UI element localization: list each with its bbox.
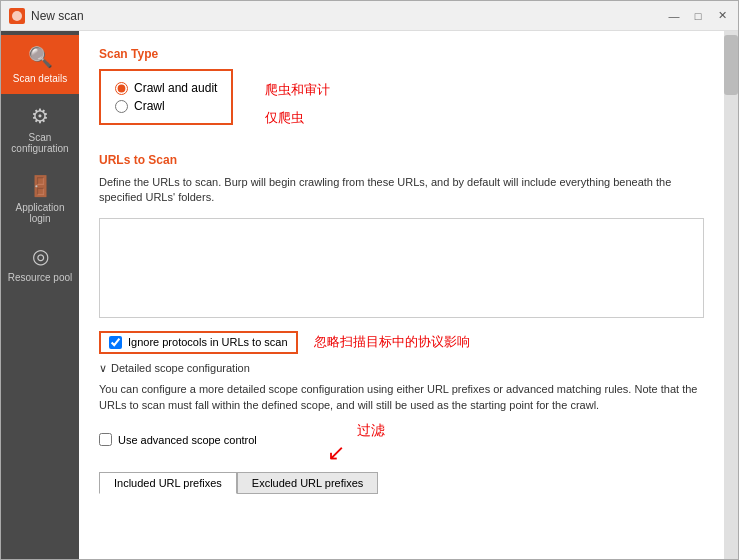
advanced-scope-label: Use advanced scope control xyxy=(118,434,257,446)
titlebar: New scan — □ ✕ xyxy=(1,1,738,31)
chevron-down-icon: ∨ xyxy=(99,362,107,375)
scan-type-title: Scan Type xyxy=(99,47,704,61)
urls-description: Define the URLs to scan. Burp will begin… xyxy=(99,175,704,206)
sidebar-item-resource-pool[interactable]: ◎ Resource pool xyxy=(1,234,79,293)
sidebar-label-application-login: Application login xyxy=(5,202,75,224)
urls-to-scan-title: URLs to Scan xyxy=(99,153,704,167)
urls-textarea[interactable] xyxy=(99,218,704,318)
sidebar-item-application-login[interactable]: 🚪 Application login xyxy=(1,164,79,234)
scope-body: You can configure a more detailed scope … xyxy=(99,381,704,414)
annotation-crawl: 仅爬虫 xyxy=(265,109,330,127)
scan-type-row: Crawl and audit Crawl 爬虫和审计 仅爬虫 xyxy=(99,69,704,139)
filter-annotation: 过滤 xyxy=(357,422,385,440)
filter-arrow-icon: ↙ xyxy=(327,440,385,466)
svg-point-0 xyxy=(12,11,22,21)
sidebar: 🔍 Scan details ⚙ Scan configuration 🚪 Ap… xyxy=(1,31,79,559)
radio-crawl-audit-label: Crawl and audit xyxy=(134,81,217,95)
main-window: New scan — □ ✕ 🔍 Scan details ⚙ Scan con… xyxy=(0,0,739,560)
scrollbar-thumb[interactable] xyxy=(724,35,738,95)
window-title: New scan xyxy=(31,9,666,23)
scan-configuration-icon: ⚙ xyxy=(31,104,49,128)
minimize-button[interactable]: — xyxy=(666,8,682,24)
advanced-scope-checkbox-row: Use advanced scope control xyxy=(99,433,257,446)
scan-type-annotations: 爬虫和审计 仅爬虫 xyxy=(249,81,330,127)
ignore-protocols-label: Ignore protocols in URLs to scan xyxy=(128,336,288,348)
radio-crawl-input[interactable] xyxy=(115,100,128,113)
app-icon xyxy=(9,8,25,24)
annotation-crawl-audit: 爬虫和审计 xyxy=(265,81,330,99)
sidebar-item-scan-configuration[interactable]: ⚙ Scan configuration xyxy=(1,94,79,164)
radio-crawl-audit[interactable]: Crawl and audit xyxy=(115,81,217,95)
sidebar-item-scan-details[interactable]: 🔍 Scan details xyxy=(1,35,79,94)
main-content: Scan Type Crawl and audit Crawl xyxy=(79,31,724,559)
radio-crawl-label: Crawl xyxy=(134,99,165,113)
ignore-protocols-annotation: 忽略扫描目标中的协议影响 xyxy=(314,333,470,351)
ignore-protocols-box: Ignore protocols in URLs to scan xyxy=(99,331,298,354)
radio-crawl[interactable]: Crawl xyxy=(115,99,217,113)
radio-crawl-audit-input[interactable] xyxy=(115,82,128,95)
urls-section: URLs to Scan Define the URLs to scan. Bu… xyxy=(99,153,704,321)
scan-type-box: Crawl and audit Crawl xyxy=(99,69,233,125)
scope-header-label: Detailed scope configuration xyxy=(111,362,250,374)
advanced-scope-checkbox[interactable] xyxy=(99,433,112,446)
tab-included-url-prefixes[interactable]: Included URL prefixes xyxy=(99,472,237,494)
content-area: Scan Type Crawl and audit Crawl xyxy=(79,31,738,559)
resource-pool-icon: ◎ xyxy=(32,244,49,268)
maximize-button[interactable]: □ xyxy=(690,8,706,24)
close-button[interactable]: ✕ xyxy=(714,8,730,24)
sidebar-label-scan-details: Scan details xyxy=(13,73,67,84)
application-login-icon: 🚪 xyxy=(28,174,53,198)
scope-header[interactable]: ∨ Detailed scope configuration xyxy=(99,362,704,375)
tab-excluded-url-prefixes[interactable]: Excluded URL prefixes xyxy=(237,472,378,494)
url-prefix-tabs: Included URL prefixes Excluded URL prefi… xyxy=(99,472,704,494)
filter-annotation-area: 过滤 ↙ xyxy=(297,422,385,466)
ignore-protocols-row: Ignore protocols in URLs to scan 忽略扫描目标中… xyxy=(99,331,704,354)
sidebar-label-resource-pool: Resource pool xyxy=(8,272,72,283)
sidebar-label-scan-configuration: Scan configuration xyxy=(5,132,75,154)
window-controls: — □ ✕ xyxy=(666,8,730,24)
main-layout: 🔍 Scan details ⚙ Scan configuration 🚪 Ap… xyxy=(1,31,738,559)
advanced-scope-row: Use advanced scope control 过滤 ↙ xyxy=(99,422,704,466)
radio-group: Crawl and audit Crawl xyxy=(115,81,217,113)
ignore-protocols-checkbox[interactable] xyxy=(109,336,122,349)
scan-details-icon: 🔍 xyxy=(28,45,53,69)
scrollbar[interactable] xyxy=(724,31,738,559)
